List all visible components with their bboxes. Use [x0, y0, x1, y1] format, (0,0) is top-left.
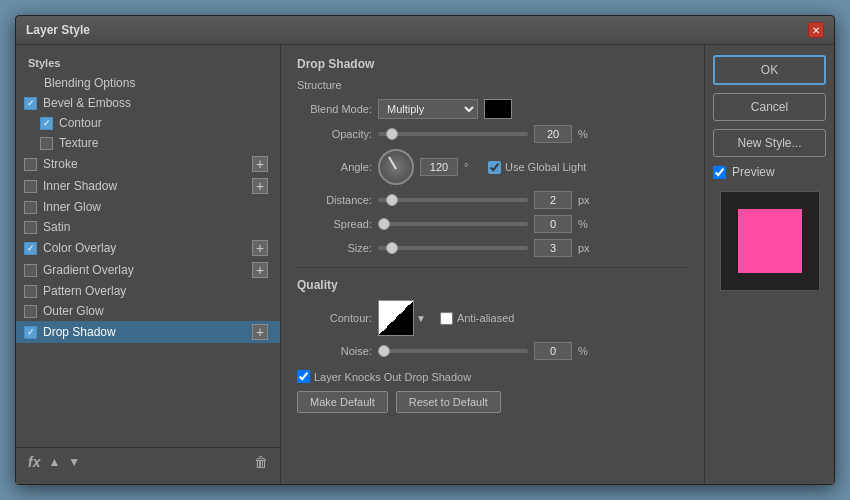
cancel-button[interactable]: Cancel	[713, 93, 826, 121]
preview-label: Preview	[732, 165, 775, 179]
angle-input[interactable]	[420, 158, 458, 176]
gradient-overlay-add-button[interactable]: +	[252, 262, 268, 278]
blend-mode-row: Blend Mode: Multiply Normal Screen Overl…	[297, 99, 688, 119]
layer-style-dialog: Layer Style ✕ Styles Blending Options Be…	[15, 15, 835, 485]
angle-needle	[388, 156, 397, 169]
spread-label: Spread:	[297, 218, 372, 230]
color-overlay-checkbox[interactable]	[24, 242, 37, 255]
outer-glow-checkbox[interactable]	[24, 305, 37, 318]
drop-shadow-label: Drop Shadow	[43, 325, 116, 339]
delete-button[interactable]: 🗑	[254, 454, 268, 470]
shadow-color-swatch[interactable]	[484, 99, 512, 119]
use-global-light-label: Use Global Light	[505, 161, 586, 173]
contour-dropdown-button[interactable]: ▼	[416, 313, 426, 324]
size-row: Size: px	[297, 239, 688, 257]
make-default-button[interactable]: Make Default	[297, 391, 388, 413]
opacity-unit: %	[578, 128, 596, 140]
size-input[interactable]	[534, 239, 572, 257]
move-up-button[interactable]: ▲	[48, 455, 60, 469]
sidebar-item-stroke[interactable]: Stroke +	[16, 153, 280, 175]
sidebar-item-drop-shadow[interactable]: Drop Shadow +	[16, 321, 280, 343]
texture-checkbox[interactable]	[40, 137, 53, 150]
blend-mode-select[interactable]: Multiply Normal Screen Overlay	[378, 99, 478, 119]
sidebar-item-outer-glow[interactable]: Outer Glow	[16, 301, 280, 321]
sidebar-item-inner-shadow[interactable]: Inner Shadow +	[16, 175, 280, 197]
dialog-title: Layer Style	[26, 23, 90, 37]
sidebar-item-bevel-emboss[interactable]: Bevel & Emboss	[16, 93, 280, 113]
distance-unit: px	[578, 194, 596, 206]
spread-thumb[interactable]	[378, 218, 390, 230]
noise-thumb[interactable]	[378, 345, 390, 357]
noise-row: Noise: %	[297, 342, 688, 360]
color-overlay-add-button[interactable]: +	[252, 240, 268, 256]
sidebar-item-gradient-overlay[interactable]: Gradient Overlay +	[16, 259, 280, 281]
drop-shadow-checkbox[interactable]	[24, 326, 37, 339]
opacity-thumb[interactable]	[386, 128, 398, 140]
sidebar-item-color-overlay[interactable]: Color Overlay +	[16, 237, 280, 259]
pattern-overlay-label: Pattern Overlay	[43, 284, 126, 298]
sidebar-item-satin[interactable]: Satin	[16, 217, 280, 237]
inner-shadow-add-button[interactable]: +	[252, 178, 268, 194]
distance-row: Distance: px	[297, 191, 688, 209]
contour-row-label: Contour:	[297, 312, 372, 324]
ok-button[interactable]: OK	[713, 55, 826, 85]
anti-aliased-checkbox[interactable]	[440, 312, 453, 325]
distance-thumb[interactable]	[386, 194, 398, 206]
color-overlay-label: Color Overlay	[43, 241, 116, 255]
use-global-light-checkbox[interactable]	[488, 161, 501, 174]
bottom-actions: Layer Knocks Out Drop Shadow	[297, 370, 688, 383]
spread-row: Spread: %	[297, 215, 688, 233]
gradient-overlay-checkbox[interactable]	[24, 264, 37, 277]
distance-label: Distance:	[297, 194, 372, 206]
styles-header: Styles	[16, 53, 280, 73]
fx-icon: fx	[28, 454, 40, 470]
layer-knocks-checkbox[interactable]	[297, 370, 310, 383]
sidebar-item-blending-options[interactable]: Blending Options	[16, 73, 280, 93]
contour-row: Contour: ▼ Anti-aliased	[297, 300, 688, 336]
opacity-label: Opacity:	[297, 128, 372, 140]
new-style-button[interactable]: New Style...	[713, 129, 826, 157]
pattern-overlay-checkbox[interactable]	[24, 285, 37, 298]
sidebar-item-inner-glow[interactable]: Inner Glow	[16, 197, 280, 217]
sidebar-item-texture[interactable]: Texture	[16, 133, 280, 153]
angle-knob[interactable]	[378, 149, 414, 185]
close-button[interactable]: ✕	[808, 22, 824, 38]
left-panel: Styles Blending Options Bevel & Emboss C…	[16, 45, 281, 484]
angle-label: Angle:	[297, 161, 372, 173]
opacity-input[interactable]	[534, 125, 572, 143]
blend-mode-label: Blend Mode:	[297, 103, 372, 115]
size-label: Size:	[297, 242, 372, 254]
noise-unit: %	[578, 345, 596, 357]
size-slider[interactable]	[378, 246, 528, 250]
distance-input[interactable]	[534, 191, 572, 209]
satin-checkbox[interactable]	[24, 221, 37, 234]
bevel-emboss-checkbox[interactable]	[24, 97, 37, 110]
spread-input[interactable]	[534, 215, 572, 233]
preview-checkbox[interactable]	[713, 166, 726, 179]
distance-slider[interactable]	[378, 198, 528, 202]
anti-aliased-row: Anti-aliased	[440, 312, 514, 325]
angle-unit: °	[464, 161, 482, 173]
gradient-overlay-label: Gradient Overlay	[43, 263, 134, 277]
sidebar-item-pattern-overlay[interactable]: Pattern Overlay	[16, 281, 280, 301]
noise-input[interactable]	[534, 342, 572, 360]
drop-shadow-add-button[interactable]: +	[252, 324, 268, 340]
inner-shadow-checkbox[interactable]	[24, 180, 37, 193]
spread-slider[interactable]	[378, 222, 528, 226]
opacity-row: Opacity: %	[297, 125, 688, 143]
inner-glow-checkbox[interactable]	[24, 201, 37, 214]
opacity-slider[interactable]	[378, 132, 528, 136]
stroke-add-button[interactable]: +	[252, 156, 268, 172]
inner-glow-label: Inner Glow	[43, 200, 101, 214]
reset-default-button[interactable]: Reset to Default	[396, 391, 501, 413]
preview-box	[720, 191, 820, 291]
stroke-checkbox[interactable]	[24, 158, 37, 171]
preview-layer	[738, 209, 802, 273]
contour-thumbnail[interactable]	[378, 300, 414, 336]
noise-label: Noise:	[297, 345, 372, 357]
size-thumb[interactable]	[386, 242, 398, 254]
move-down-button[interactable]: ▼	[68, 455, 80, 469]
noise-slider[interactable]	[378, 349, 528, 353]
contour-checkbox[interactable]	[40, 117, 53, 130]
sidebar-item-contour[interactable]: Contour	[16, 113, 280, 133]
